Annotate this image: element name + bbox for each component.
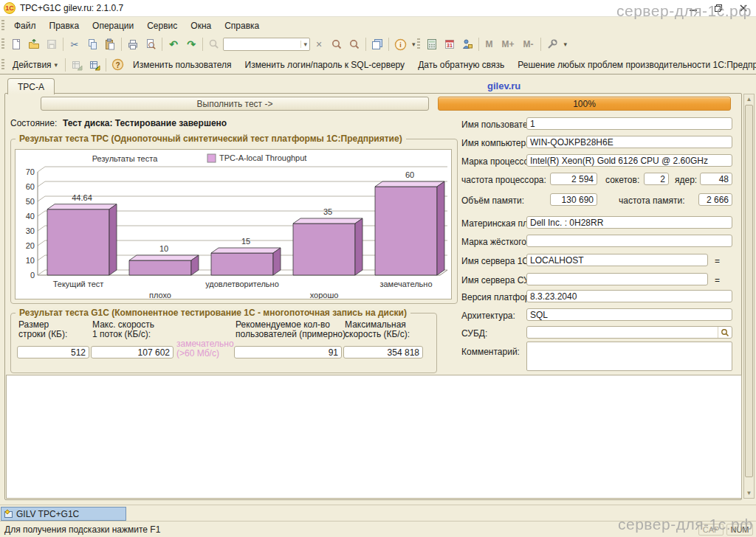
g1c-maxspeed1-field[interactable]: 107 602 [91,346,173,358]
motherboard-field[interactable]: Dell Inc. : 0H28RR [526,216,732,229]
server-dbms-field[interactable] [526,273,708,285]
comment-field[interactable] [526,342,732,371]
feedback-link[interactable]: Дать обратную связь [418,60,504,70]
actions-toolbar: Действия ▾ ? Изменить пользователя Измен… [0,55,756,75]
g1c-users-field[interactable]: 91 [234,346,342,358]
copy-icon[interactable] [83,37,101,52]
memory-m-button[interactable]: M [481,39,498,49]
performance-help-link[interactable]: Решение любых проблем производительности… [518,60,756,70]
help-icon[interactable]: ? [109,57,126,72]
run-test-button[interactable]: Выполнить тест -> [41,97,429,111]
tab-tpc-a[interactable]: TPC-A [7,78,55,94]
svg-text:60: 60 [26,182,35,191]
server-1c-field[interactable]: LOCALHOST [526,254,708,266]
comment-label: Комментарий: [461,347,520,357]
table-export-icon[interactable] [68,57,86,72]
close-button[interactable] [731,1,756,15]
menu-operations[interactable]: Операции [86,18,140,33]
cut-icon[interactable]: ✂ [66,37,83,52]
g1c-maxspeed-label2: скорость (КБ/с): [345,329,410,339]
find-next-icon[interactable] [328,37,346,52]
scrollbar-thumb[interactable] [745,105,753,477]
clear-search-icon[interactable]: × [310,37,328,52]
memory-size-field[interactable]: 130 690 [550,193,597,206]
restore-button[interactable] [706,1,731,15]
search-input[interactable]: ▾ [223,38,310,51]
paste-icon[interactable] [101,37,119,52]
actions-label: Действия [13,60,52,70]
change-user-link[interactable]: Изменить пользователя [133,60,231,70]
computer-name-field[interactable]: WIN-QOJKPB28H6E [526,136,732,148]
calendar-icon[interactable]: 31 [441,37,458,52]
vertical-scrollbar[interactable]: ▲ ▼ [743,94,755,499]
svg-text:50: 50 [26,197,35,206]
toolbar-drag-handle[interactable] [1,38,4,50]
hdd-model-field[interactable] [526,235,732,247]
cpu-model-field[interactable]: Intel(R) Xeon(R) Gold 6126 CPU @ 2.60GHz [526,154,732,167]
search-icon[interactable] [205,37,223,52]
cores-label: ядер: [675,175,697,185]
dbms-field[interactable] [526,326,732,339]
menu-help[interactable]: Справка [218,18,266,33]
menu-file[interactable]: Файл [7,18,43,33]
save-icon[interactable] [43,37,61,52]
search-dropdown-icon[interactable]: ▾ [300,41,309,48]
taskbar-tab-gilv[interactable]: GILV TPC+G1C [1,507,126,521]
undo-icon[interactable]: ↶ [165,37,182,52]
toolbar2-drag-handle[interactable] [417,38,420,50]
cpu-freq-field[interactable]: 2 594 [550,173,597,185]
menu-windows[interactable]: Окна [184,18,218,33]
architecture-field[interactable]: SQL [526,308,732,321]
state-label: Состояние: [10,118,57,128]
change-sql-login-link[interactable]: Изменить логин/пароль к SQL-серверу [245,60,405,70]
scroll-up-icon[interactable]: ▲ [744,94,754,104]
svg-text:плохо: плохо [149,291,171,299]
app-window: 1С TPC+G1C gilev.ru: 2.1.0.7 сервер-для-… [0,0,756,537]
cores-field[interactable]: 48 [700,173,732,185]
svg-text:30: 30 [26,226,35,235]
g1c-maxspeed-field[interactable]: 354 818 [343,346,423,358]
tpc-chart-svg: Результаты тестаTPC-A-local Throughput01… [16,150,451,299]
memory-plus-button[interactable]: M+ [498,39,519,49]
log-output-area[interactable] [6,375,742,499]
info-icon[interactable]: i [391,37,409,52]
memory-freq-field[interactable]: 2 666 [698,193,732,206]
tools-dropdown-icon[interactable]: ▾ [564,41,568,48]
svg-text:хорошо: хорошо [310,291,339,299]
actions-menu-button[interactable]: Действия ▾ [7,58,63,72]
user-permissions-icon[interactable] [458,37,476,52]
tools-icon[interactable] [543,37,561,52]
g1c-rowsize-field[interactable]: 512 [17,346,89,358]
g1c-maxspeed1-label2: 1 поток (КБ/с): [92,329,151,339]
platform-version-field[interactable]: 8.3.23.2040 [526,290,732,302]
open-file-icon[interactable] [25,37,43,52]
dbms-lookup-icon[interactable] [718,327,732,338]
menu-drag-handle[interactable] [1,20,4,32]
actions-drag-handle[interactable] [1,59,4,71]
menu-edit[interactable]: Правка [43,18,86,33]
standard-toolbar: ✂ ↶ ↷ ▾ × [0,35,756,54]
windows-icon[interactable] [368,37,386,52]
memory-minus-button[interactable]: M- [519,39,538,49]
gilev-site-link[interactable]: gilev.ru [487,80,520,91]
g1c-rowsize-label2: строки (КБ): [18,329,67,339]
scroll-down-icon[interactable]: ▼ [744,488,754,498]
print-icon[interactable] [124,37,142,52]
menu-bar: Файл Правка Операции Сервис Окна Справка [0,17,756,34]
table-import-icon[interactable] [86,57,103,72]
minimize-button[interactable] [681,1,706,15]
username-field[interactable]: 1 [526,117,732,130]
tpc-group-title: Результат теста TPC (Однопоточный синтет… [16,134,406,144]
caps-lock-indicator: CAP [698,524,724,536]
print-preview-icon[interactable] [142,37,159,52]
new-document-icon[interactable] [7,37,25,52]
sockets-field[interactable]: 2 [644,173,669,185]
menu-service[interactable]: Сервис [140,18,184,33]
info-dropdown-icon[interactable]: ▾ [412,41,416,48]
window-taskbar: GILV TPC+G1C [0,505,756,522]
redo-icon[interactable]: ↷ [182,37,200,52]
svg-text:60: 60 [405,170,414,179]
svg-text:35: 35 [323,207,332,216]
find-previous-icon[interactable] [346,37,363,52]
calculator-icon[interactable] [423,37,441,52]
